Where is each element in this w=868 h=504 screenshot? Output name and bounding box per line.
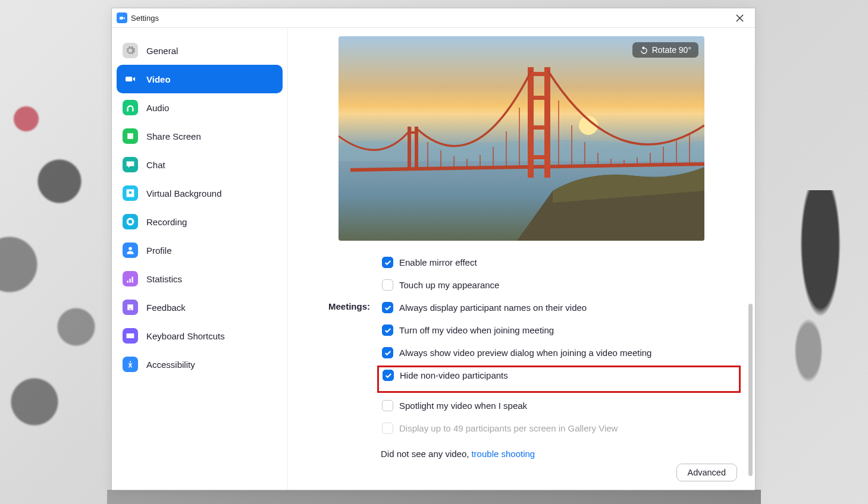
sidebar-item-label: Accessibility — [146, 360, 195, 370]
rotate-90-button[interactable]: Rotate 90° — [632, 42, 698, 58]
troubleshoot-text: Did not see any video, — [381, 449, 469, 459]
svg-rect-7 — [528, 96, 550, 100]
option-spotlight[interactable]: Spotlight my video when I speak — [381, 398, 737, 413]
option-label: Always display participant names on thei… — [399, 303, 587, 313]
option-label: Hide non-video participants — [400, 370, 508, 380]
meetings-heading: Meetings: — [306, 300, 381, 311]
spacer-col — [306, 255, 381, 256]
zoom-app-icon — [117, 12, 127, 23]
troubleshoot-row: Did not see any video,trouble shooting — [381, 449, 737, 459]
option-hidenp[interactable]: Hide non-video participants — [381, 368, 737, 383]
checkbox-hidenp[interactable] — [383, 370, 394, 381]
rotate-icon — [640, 46, 648, 55]
sidebar-item-label: Feedback — [146, 303, 186, 313]
svg-rect-5 — [544, 67, 550, 178]
sidebar-item-label: Chat — [146, 160, 165, 170]
sidebar-item-access[interactable]: Accessibility — [117, 350, 283, 379]
scrollbar-thumb[interactable] — [748, 304, 753, 476]
window-body: GeneralVideoAudioShare ScreenChatVirtual… — [112, 28, 755, 490]
chat-icon — [123, 157, 138, 172]
option-label: Turn off my video when joining meeting — [399, 325, 554, 335]
sidebar-item-label: General — [146, 46, 178, 56]
profile-icon — [123, 242, 138, 258]
sidebar-item-audio[interactable]: Audio — [117, 93, 283, 122]
titlebar: Settings — [112, 8, 755, 28]
close-button[interactable] — [728, 8, 751, 28]
svg-rect-8 — [528, 125, 550, 130]
highlight-hide-non-video: Hide non-video participants — [377, 366, 741, 393]
bg-decor-bottom — [107, 490, 761, 504]
option-names[interactable]: Always display participant names on thei… — [381, 300, 737, 315]
sidebar-item-label: Audio — [146, 103, 169, 113]
rotate-label: Rotate 90° — [652, 45, 691, 55]
sidebar-item-label: Keyboard Shortcuts — [146, 331, 225, 341]
feedback-icon — [123, 300, 138, 315]
sidebar-item-shortcuts[interactable]: Keyboard Shortcuts — [117, 322, 283, 350]
audio-icon — [123, 100, 138, 115]
sidebar-item-feedback[interactable]: Feedback — [117, 293, 283, 322]
stats-icon — [123, 271, 138, 286]
video-icon — [123, 71, 138, 87]
checkbox-spotlight[interactable] — [382, 400, 393, 411]
sidebar-item-label: Profile — [146, 245, 172, 256]
sidebar-item-label: Virtual Background — [146, 188, 221, 199]
sidebar-item-label: Share Screen — [146, 131, 201, 141]
sidebar-item-profile[interactable]: Profile — [117, 236, 283, 264]
sidebar-item-label: Recording — [146, 217, 187, 227]
option-mirror[interactable]: Enable mirror effect — [381, 255, 737, 270]
general-icon — [123, 43, 138, 58]
checkbox-previewd[interactable] — [382, 347, 393, 358]
settings-window: Settings GeneralVideoAudioShare ScreenCh… — [111, 8, 756, 490]
share-icon — [123, 128, 138, 144]
sidebar-item-chat[interactable]: Chat — [117, 150, 283, 179]
option-label: Spotlight my video when I speak — [399, 401, 527, 411]
sidebar-item-recording[interactable]: Recording — [117, 207, 283, 236]
option-label: Enable mirror effect — [399, 257, 477, 267]
recording-icon — [123, 214, 138, 229]
option-previewd[interactable]: Always show video preview dialog when jo… — [381, 345, 737, 360]
checkbox-touchup[interactable] — [382, 279, 393, 291]
sidebar-item-label: Video — [146, 74, 171, 84]
checkbox-gallery49 — [382, 423, 393, 434]
sidebar-item-stats[interactable]: Statistics — [117, 264, 283, 293]
option-label: Display up to 49 participants per screen… — [399, 423, 618, 433]
option-label: Touch up my appearance — [399, 280, 499, 290]
video-options: Enable mirror effectTouch up my appearan… — [306, 255, 737, 459]
settings-sidebar: GeneralVideoAudioShare ScreenChatVirtual… — [112, 28, 288, 490]
troubleshoot-link[interactable]: trouble shooting — [471, 449, 535, 459]
access-icon — [123, 357, 138, 372]
option-touchup[interactable]: Touch up my appearance — [381, 278, 737, 292]
settings-main: Rotate 90° Enable mirror effectTouch up … — [288, 28, 755, 490]
checkbox-turnoff[interactable] — [382, 325, 393, 336]
sidebar-item-share[interactable]: Share Screen — [117, 122, 283, 150]
sidebar-item-label: Statistics — [146, 274, 182, 284]
sidebar-item-general[interactable]: General — [117, 36, 283, 65]
shortcuts-icon — [123, 328, 138, 344]
option-turnoff[interactable]: Turn off my video when joining meeting — [381, 323, 737, 338]
advanced-button[interactable]: Advanced — [676, 464, 738, 481]
svg-rect-9 — [528, 155, 550, 159]
bg-decor-right — [761, 190, 868, 458]
video-preview: Rotate 90° — [339, 36, 704, 241]
option-label: Always show video preview dialog when jo… — [399, 348, 651, 358]
window-title: Settings — [131, 14, 159, 23]
checkbox-names[interactable] — [382, 302, 393, 313]
preview-illustration — [339, 36, 704, 241]
vb-icon — [123, 185, 138, 201]
option-gallery49: Display up to 49 participants per screen… — [381, 421, 737, 436]
sidebar-item-vb[interactable]: Virtual Background — [117, 179, 283, 207]
checkbox-mirror[interactable] — [382, 257, 393, 268]
svg-rect-4 — [528, 67, 534, 178]
sidebar-item-video[interactable]: Video — [117, 65, 283, 93]
